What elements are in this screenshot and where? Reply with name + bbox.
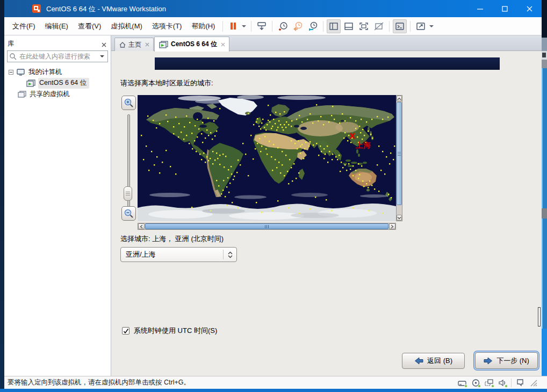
- tree-item-label: 我的计算机: [28, 68, 62, 77]
- sound-icon[interactable]: [498, 379, 507, 387]
- menu-tabs[interactable]: 选项卡(T): [147, 17, 187, 35]
- statusbar-separator: [511, 379, 512, 387]
- tree-collapse-icon[interactable]: [9, 70, 13, 75]
- scrollbar-thumb[interactable]: [145, 223, 388, 229]
- scrollbar-thumb[interactable]: [397, 102, 402, 205]
- close-icon: [527, 6, 532, 12]
- map-zoom-out-button[interactable]: [121, 206, 136, 221]
- device-connected-dot: [464, 384, 467, 388]
- menu-file[interactable]: 文件(F): [8, 17, 40, 35]
- background-right-strip: [542, 68, 547, 208]
- scroll-left-button[interactable]: [138, 223, 145, 229]
- network-adapter-icon[interactable]: [484, 379, 494, 387]
- map-zoom-slider-handle[interactable]: [124, 186, 132, 201]
- library-close-button[interactable]: [102, 40, 106, 49]
- selected-city-label: 上海: [355, 141, 371, 149]
- screen: CentOS 6 64 位 - VMware Workstation 文件(F)…: [0, 0, 547, 392]
- fit-guest-button[interactable]: [414, 19, 428, 33]
- close-icon: [102, 42, 106, 47]
- pause-button[interactable]: [226, 19, 240, 33]
- library-panel-title: 库: [8, 39, 14, 48]
- show-thumbnail-bar-button[interactable]: [342, 19, 356, 33]
- scroll-down-button[interactable]: [397, 215, 402, 221]
- send-ctrl-alt-del-button[interactable]: [255, 19, 269, 33]
- close-button[interactable]: [517, 0, 542, 17]
- fullscreen-button[interactable]: [357, 19, 371, 33]
- menu-help[interactable]: 帮助(H): [186, 17, 220, 35]
- unity-mode-icon: [374, 22, 384, 31]
- zoom-out-icon: [124, 208, 134, 219]
- toolbar-separator: [222, 21, 223, 32]
- tab-centos[interactable]: CentOS 6 64 位: [154, 37, 229, 52]
- minimize-button[interactable]: [467, 0, 492, 17]
- virtual-console-icon: [395, 22, 405, 31]
- background-left-strip: [0, 0, 4, 392]
- home-icon: [119, 41, 126, 48]
- tabbar: 主页 CentOS 6 64 位: [111, 35, 542, 51]
- hard-disk-icon[interactable]: [457, 379, 467, 387]
- search-input[interactable]: [18, 52, 97, 61]
- message-log-icon[interactable]: [515, 379, 525, 387]
- background-right-strip: [542, 0, 547, 38]
- device-connected-dot: [491, 384, 494, 388]
- back-button[interactable]: 返回 (B): [402, 353, 465, 369]
- tab-close-button[interactable]: [145, 41, 149, 48]
- zoom-in-icon: [124, 98, 134, 108]
- vm-running-icon: [159, 40, 169, 48]
- check-icon: [123, 328, 129, 334]
- timezone-map[interactable]: 上海: [138, 95, 396, 221]
- take-snapshot-button[interactable]: [276, 19, 290, 33]
- map-zoom-in-button[interactable]: [121, 96, 136, 110]
- next-button-label: 下一步 (N): [496, 356, 529, 366]
- map-horizontal-scrollbar[interactable]: [138, 223, 396, 230]
- utc-checkbox-row[interactable]: 系统时钟使用 UTC 时间(S): [122, 326, 217, 336]
- console-vertical-scrollbar[interactable]: [538, 307, 541, 326]
- sidebar-item-my-computer[interactable]: 我的计算机: [9, 67, 62, 77]
- library-panel: 库 我的计算机 CentOS 6 64: [4, 35, 111, 376]
- tab-home[interactable]: 主页: [114, 38, 154, 51]
- chevron-down-icon[interactable]: [100, 55, 104, 57]
- unity-mode-button[interactable]: [372, 19, 386, 33]
- next-button[interactable]: 下一步 (N): [475, 352, 538, 369]
- utc-checkbox[interactable]: [122, 327, 129, 335]
- chevron-left-icon: [140, 224, 143, 229]
- chevron-down-icon[interactable]: [242, 25, 246, 27]
- timezone-combobox[interactable]: 亚洲/上海: [120, 247, 237, 262]
- scroll-right-button[interactable]: [389, 223, 395, 229]
- revert-snapshot-icon: [293, 21, 303, 31]
- close-icon: [145, 42, 149, 47]
- virtual-console-button[interactable]: [393, 19, 407, 33]
- menu-view[interactable]: 查看(V): [73, 17, 106, 35]
- take-snapshot-icon: [278, 21, 288, 31]
- tree-item-label: 共享的虚拟机: [30, 90, 70, 99]
- show-thumbnail-bar-icon: [344, 22, 354, 31]
- combobox-spinner[interactable]: [224, 251, 236, 258]
- cd-rom-icon[interactable]: [471, 379, 480, 387]
- map-vertical-scrollbar[interactable]: [396, 95, 402, 221]
- background-right-strip: [542, 38, 547, 51]
- menu-vm[interactable]: 虚拟机(M): [106, 17, 147, 35]
- maximize-icon: [502, 6, 508, 12]
- maximize-button[interactable]: [492, 0, 517, 17]
- show-library-button[interactable]: [327, 19, 341, 33]
- snapshot-manager-button[interactable]: [306, 19, 320, 33]
- snapshot-manager-icon: [308, 21, 318, 31]
- fullscreen-icon: [359, 22, 369, 31]
- menubar: 文件(F) 编辑(E) 查看(V) 虚拟机(M) 选项卡(T) 帮助(H): [4, 17, 542, 35]
- sidebar-item-shared-vms[interactable]: 共享的虚拟机: [17, 89, 70, 99]
- sidebar-item-centos[interactable]: CentOS 6 64 位: [26, 78, 89, 88]
- resize-grip-icon[interactable]: [529, 379, 538, 387]
- shared-vm-icon: [17, 90, 27, 98]
- chevron-down-icon[interactable]: [429, 25, 434, 27]
- tab-label: 主页: [128, 40, 141, 49]
- background-right-strip: [542, 208, 547, 219]
- background-right-strip: [542, 219, 547, 329]
- menu-edit[interactable]: 编辑(E): [40, 17, 73, 35]
- tab-label: CentOS 6 64 位: [171, 40, 217, 49]
- scroll-up-button[interactable]: [397, 96, 402, 101]
- toolbar-separator: [389, 21, 390, 32]
- vmware-logo-icon: [32, 4, 41, 13]
- tab-close-button[interactable]: [221, 41, 225, 48]
- titlebar: CentOS 6 64 位 - VMware Workstation: [4, 0, 542, 17]
- revert-snapshot-button[interactable]: [291, 19, 305, 33]
